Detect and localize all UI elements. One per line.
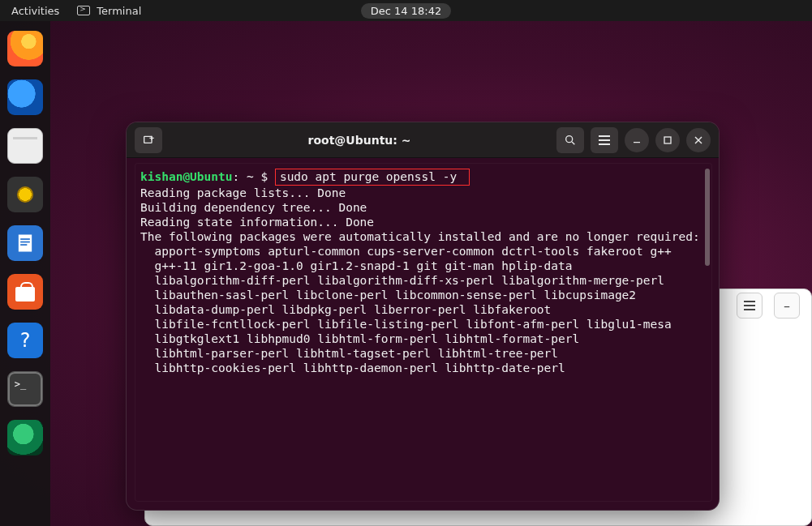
dock-rhythmbox-icon[interactable] xyxy=(7,177,43,212)
terminal-scrollbar[interactable] xyxy=(705,169,710,266)
dock-help-icon[interactable]: ? xyxy=(7,323,43,358)
dock: ? >_ xyxy=(0,21,50,526)
svg-rect-10 xyxy=(664,137,671,143)
svg-rect-3 xyxy=(20,244,27,246)
close-button[interactable] xyxy=(686,128,711,152)
terminal-titlebar[interactable]: root@Ubuntu: ~ xyxy=(127,122,719,158)
dock-firefox-icon[interactable] xyxy=(7,31,43,66)
files-minimize-button[interactable]: – xyxy=(774,293,800,319)
new-tab-button[interactable] xyxy=(135,127,162,153)
hamburger-menu-button[interactable] xyxy=(591,127,618,153)
svg-rect-0 xyxy=(19,235,32,252)
terminal-window[interactable]: root@Ubuntu: ~ kishan@Ubuntu: ~ $ sudo a… xyxy=(126,122,720,511)
svg-rect-4 xyxy=(144,136,152,143)
dock-ubuntu-software-icon[interactable] xyxy=(7,274,43,310)
dock-libreoffice-writer-icon[interactable] xyxy=(7,225,43,261)
dock-terminal-icon[interactable]: >_ xyxy=(7,371,43,407)
clock[interactable]: Dec 14 18:42 xyxy=(361,3,451,19)
dock-files-icon[interactable] xyxy=(7,128,43,164)
files-hamburger-menu-button[interactable] xyxy=(737,293,763,319)
svg-point-7 xyxy=(566,135,573,142)
terminal-output[interactable]: kishan@Ubuntu: ~ $ sudo apt purge openss… xyxy=(140,169,707,375)
search-button[interactable] xyxy=(556,127,584,153)
terminal-viewport[interactable]: kishan@Ubuntu: ~ $ sudo apt purge openss… xyxy=(135,163,712,502)
maximize-button[interactable] xyxy=(655,128,680,152)
svg-line-8 xyxy=(572,142,574,144)
svg-rect-2 xyxy=(20,242,30,243)
svg-rect-1 xyxy=(20,238,30,240)
dock-web-globe-icon[interactable] xyxy=(7,420,43,455)
dock-thunderbird-icon[interactable] xyxy=(7,79,43,115)
top-panel: Activities Terminal Dec 14 18:42 xyxy=(0,0,812,21)
minimize-button[interactable] xyxy=(625,128,649,152)
terminal-title: root@Ubuntu: ~ xyxy=(162,134,556,147)
